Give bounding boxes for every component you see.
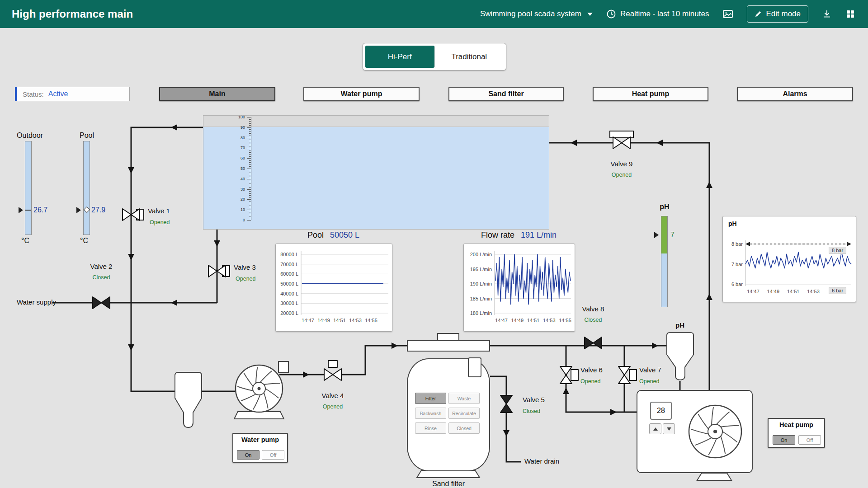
down-arrow-icon [667, 427, 671, 431]
svg-text:14:53: 14:53 [349, 318, 362, 323]
tank-scale-tick-label: 20 [225, 197, 245, 202]
water-drain-label: Water drain [524, 457, 559, 465]
pool-tank: 1009080706050403020100 [203, 115, 549, 230]
svg-text:14:55: 14:55 [365, 318, 377, 323]
svg-text:8 bar: 8 bar [731, 241, 743, 247]
tank-scale-tick-label: 100 [225, 115, 245, 119]
tank-level-scale: 1009080706050403020100 [222, 116, 253, 230]
setpoint-down-button[interactable] [663, 423, 675, 434]
ph-sensor-housing [666, 332, 694, 382]
ph-gauge-value: 7 [670, 231, 675, 239]
svg-text:6 bar: 6 bar [731, 282, 743, 287]
tank-scale-tick-label: 50 [225, 166, 245, 171]
ph-gauge-green-zone [661, 216, 667, 253]
svg-text:14:47: 14:47 [747, 289, 760, 294]
flow-chart-title: Flow rate191 L/min [463, 230, 574, 240]
sand-mode-closed[interactable]: Closed [448, 422, 480, 434]
heat-pump-panel-title: Heat pump [769, 421, 824, 428]
svg-text:14:47: 14:47 [495, 318, 508, 323]
tank-scale-tick-label: 40 [225, 177, 245, 181]
strainer-housing [175, 372, 202, 430]
svg-text:80000 L: 80000 L [280, 252, 298, 257]
svg-text:20000 L: 20000 L [280, 310, 298, 316]
pool-temp-gauge [83, 141, 90, 235]
svg-text:14:49: 14:49 [317, 318, 330, 323]
valve-1-symbol[interactable] [123, 209, 144, 221]
valve-5-label: Valve 5 Closed [523, 396, 545, 414]
pool-temp-value: 27.9 [91, 206, 105, 214]
water-pump-unit[interactable] [231, 359, 290, 420]
heat-pump-unit[interactable]: 28 [637, 390, 753, 473]
tank-scale-tick-label: 30 [225, 187, 245, 192]
sand-filter-pedestal [417, 470, 480, 478]
sand-mode-filter[interactable]: Filter [415, 393, 446, 404]
svg-text:14:55: 14:55 [559, 318, 571, 323]
sand-filter-manifold-cap [437, 333, 459, 341]
valve-4-symbol[interactable] [324, 361, 341, 380]
valve-7-symbol[interactable] [618, 366, 637, 384]
svg-text:190 L/min: 190 L/min [470, 281, 492, 286]
valve-1-label: Valve 1 Opened [148, 207, 170, 225]
svg-text:14:51: 14:51 [333, 318, 346, 323]
valve-4-label: Valve 4 Opened [312, 392, 354, 410]
flow-chart: 200 L/min195 L/min190 L/min185 L/min180 … [464, 244, 575, 331]
sand-filter-label: Sand filter [408, 480, 489, 488]
outdoor-temp-marker [25, 210, 31, 211]
sand-mode-waste[interactable]: Waste [448, 393, 480, 404]
outdoor-temp-pointer [19, 207, 23, 213]
svg-text:14:49: 14:49 [767, 289, 780, 294]
svg-text:40000 L: 40000 L [280, 291, 298, 296]
tank-air-space [203, 116, 549, 127]
water-pump-panel-title: Water pump [233, 436, 287, 443]
valve-5-symbol[interactable] [500, 395, 512, 413]
heat-pump-control-panel: Heat pump On Off [768, 418, 825, 448]
valve-2-symbol[interactable] [93, 297, 110, 309]
valve-2-label: Valve 2 Closed [79, 263, 124, 281]
water-supply-label: Water supply [17, 298, 56, 306]
pool-temp-unit: °C [71, 237, 97, 245]
valve-6-symbol[interactable] [560, 366, 578, 384]
valve-9-symbol[interactable] [610, 131, 633, 149]
svg-text:195 L/min: 195 L/min [470, 267, 492, 272]
sand-mode-backwash[interactable]: Backwash [415, 408, 446, 419]
ph-gauge [661, 216, 668, 307]
tank-scale-tick-label: 0 [225, 218, 245, 222]
svg-text:14:53: 14:53 [807, 289, 820, 294]
pool-chart-panel: 80000 L70000 L60000 L50000 L40000 L30000… [275, 244, 392, 332]
valve-8-symbol[interactable] [585, 337, 602, 349]
svg-text:185 L/min: 185 L/min [470, 296, 492, 301]
ph-gauge-label: pH [651, 203, 678, 211]
heat-pump-off-button[interactable]: Off [798, 435, 821, 445]
ph-gauge-pointer [654, 232, 659, 238]
pool-temp-pointer [76, 207, 81, 213]
svg-text:70000 L: 70000 L [280, 262, 298, 267]
valve-8-label: Valve 8 Closed [572, 305, 614, 323]
outdoor-temp-gauge [25, 141, 32, 235]
heat-pump-pedestal [697, 473, 731, 480]
pool-temp-label: Pool [69, 131, 105, 140]
tank-scale-tick-label: 90 [225, 125, 245, 130]
flow-chart-panel: 200 L/min195 L/min190 L/min185 L/min180 … [463, 244, 575, 332]
sand-mode-rinse[interactable]: Rinse [415, 422, 446, 434]
outdoor-temp-value: 26.7 [33, 206, 47, 214]
svg-text:14:51: 14:51 [527, 318, 540, 323]
valve-9-label: Valve 9 Opened [601, 160, 642, 178]
svg-text:50000 L: 50000 L [280, 281, 298, 286]
tank-scale-axis [251, 117, 251, 220]
pool-chart: 80000 L70000 L60000 L50000 L40000 L30000… [276, 244, 392, 331]
valve-3-symbol[interactable] [208, 265, 230, 277]
water-pump-off-button[interactable]: Off [262, 450, 284, 460]
ph-chart-title: pH [728, 220, 737, 227]
scada-dashboard: High performance main Swimming pool scad… [0, 0, 868, 488]
svg-text:14:53: 14:53 [543, 318, 556, 323]
sand-mode-recirculate[interactable]: Recirculate [448, 408, 480, 419]
heat-pump-on-button[interactable]: On [773, 435, 795, 445]
water-pump-on-button[interactable]: On [237, 450, 259, 460]
svg-text:14:51: 14:51 [787, 289, 800, 294]
svg-text:180 L/min: 180 L/min [470, 310, 492, 316]
setpoint-up-button[interactable] [649, 423, 661, 434]
pool-chart-title: Pool50050 L [275, 230, 392, 240]
water-pump-control-panel: Water pump On Off [232, 433, 288, 463]
ph-low-annotation: 6 bar [829, 287, 846, 294]
sand-filter-manifold [407, 340, 490, 352]
